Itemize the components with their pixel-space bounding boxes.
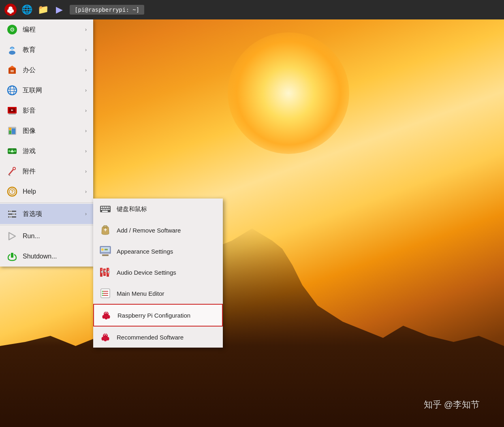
svg-point-100 xyxy=(105,333,106,334)
arrow-programming: › xyxy=(85,27,87,32)
internet-icon xyxy=(6,85,18,96)
menu-item-internet[interactable]: 互联网 › xyxy=(0,80,93,100)
audio-label: Audio Device Settings xyxy=(117,269,176,276)
rpi-config-icon xyxy=(100,310,112,321)
svg-rect-54 xyxy=(106,209,107,210)
menu-item-help[interactable]: ? Help › xyxy=(0,181,93,202)
svg-point-3 xyxy=(9,11,12,14)
svg-rect-65 xyxy=(105,249,108,250)
menu-item-office[interactable]: 办公 › xyxy=(0,60,93,80)
submenu-menu-editor[interactable]: Main Menu Editor xyxy=(93,283,223,304)
svg-text:+: + xyxy=(104,226,107,233)
menu-label-graphics: 图像 xyxy=(23,127,85,135)
svg-rect-50 xyxy=(109,207,110,208)
svg-rect-57 xyxy=(102,211,108,212)
preferences-icon xyxy=(6,208,18,220)
submenu-add-remove[interactable]: + Add / Remove Software xyxy=(93,220,223,241)
svg-point-41 xyxy=(13,213,15,215)
svg-point-6 xyxy=(9,51,15,55)
submenu-audio[interactable]: Audio Device Settings xyxy=(93,262,223,283)
menu-label-help: Help xyxy=(23,188,85,195)
menu-label-education: 教育 xyxy=(23,46,85,54)
svg-rect-22 xyxy=(12,128,15,134)
svg-point-84 xyxy=(102,293,103,294)
svg-text:⚙: ⚙ xyxy=(10,26,15,33)
arrow-office: › xyxy=(85,67,87,73)
svg-point-91 xyxy=(105,313,105,314)
svg-marker-9 xyxy=(9,66,16,68)
terminal-window-button[interactable]: [pi@raspberrypi: ~] xyxy=(70,5,144,15)
svg-point-90 xyxy=(105,316,108,320)
submenu-appearance[interactable]: Appearance Settings xyxy=(93,241,223,262)
recommended-icon xyxy=(100,331,111,343)
svg-rect-56 xyxy=(109,209,110,210)
svg-rect-18 xyxy=(9,113,16,115)
svg-point-76 xyxy=(101,271,103,273)
files-button[interactable]: 📁 xyxy=(36,2,50,17)
menu-label-shutdown: Shutdown... xyxy=(23,253,87,260)
arrow-accessories: › xyxy=(85,169,87,174)
menu-item-preferences[interactable]: 首选项 › xyxy=(0,204,93,224)
terminal-icon: ▶ xyxy=(56,4,63,15)
menu-editor-icon xyxy=(100,288,111,299)
svg-rect-63 xyxy=(102,254,109,256)
menu-item-programming[interactable]: ⚙ 编程 › xyxy=(0,19,93,40)
menu-item-shutdown[interactable]: Shutdown... xyxy=(0,246,93,267)
submenu-keyboard[interactable]: 键盘和鼠标 xyxy=(93,199,223,220)
menu-divider-1 xyxy=(0,203,93,203)
rpi-config-label: Raspberry Pi Configuration xyxy=(117,312,190,319)
arrow-education: › xyxy=(85,47,87,53)
svg-point-7 xyxy=(11,47,13,50)
svg-point-23 xyxy=(9,128,11,130)
svg-rect-49 xyxy=(107,207,109,208)
accessories-icon xyxy=(6,166,18,177)
menu-item-graphics[interactable]: 图像 › xyxy=(0,121,93,141)
programming-icon: ⚙ xyxy=(6,24,18,35)
raspberry-logo xyxy=(4,4,17,16)
preferences-submenu: 键盘和鼠标 + Add / Remove Software Appearance… xyxy=(93,199,223,348)
svg-point-83 xyxy=(102,291,103,292)
svg-point-78 xyxy=(108,271,110,273)
menu-item-media[interactable]: 影音 › xyxy=(0,100,93,121)
menu-label-preferences: 首选项 xyxy=(23,210,85,218)
keyboard-label: 键盘和鼠标 xyxy=(117,205,147,213)
menu-label-run: Run... xyxy=(23,233,87,240)
taskbar: 🌐 📁 ▶ [pi@raspberrypi: ~] xyxy=(0,0,504,19)
submenu-rpi-config[interactable]: Raspberry Pi Configuration xyxy=(93,304,223,327)
svg-rect-44 xyxy=(11,253,13,258)
arrow-graphics: › xyxy=(85,128,87,134)
menu-label-internet: 互联网 xyxy=(23,86,85,95)
main-menu: ⚙ 编程 › 教育 › 办公 › xyxy=(0,19,93,267)
svg-rect-46 xyxy=(101,207,103,208)
svg-point-12 xyxy=(8,86,17,95)
menu-label-programming: 编程 xyxy=(23,26,85,34)
svg-point-93 xyxy=(106,312,107,312)
svg-rect-29 xyxy=(11,151,14,152)
add-remove-icon: + xyxy=(100,224,111,236)
svg-rect-55 xyxy=(107,209,109,210)
arrow-media: › xyxy=(85,108,87,113)
menu-item-education[interactable]: 教育 › xyxy=(0,40,93,60)
arrow-games: › xyxy=(85,148,87,154)
submenu-recommended[interactable]: Recommended Software xyxy=(93,327,223,348)
svg-point-92 xyxy=(107,313,107,314)
help-icon: ? xyxy=(6,186,18,197)
recommended-label: Recommended Software xyxy=(117,334,184,341)
svg-rect-53 xyxy=(104,209,105,210)
menu-item-games[interactable]: 游戏 › xyxy=(0,141,93,161)
raspberry-menu-button[interactable] xyxy=(3,2,18,17)
terminal-button[interactable]: ▶ xyxy=(52,2,66,17)
svg-line-30 xyxy=(9,169,13,175)
browser-icon: 🌐 xyxy=(21,4,32,15)
svg-rect-52 xyxy=(103,209,104,210)
menu-item-accessories[interactable]: 附件 › xyxy=(0,161,93,181)
graphics-icon xyxy=(6,125,18,137)
arrow-help: › xyxy=(85,189,87,194)
svg-point-98 xyxy=(104,335,105,335)
files-icon: 📁 xyxy=(38,4,49,15)
browser-button[interactable]: 🌐 xyxy=(19,2,34,17)
arrow-preferences: › xyxy=(85,211,87,217)
shutdown-icon xyxy=(6,251,18,262)
menu-item-run[interactable]: Run... xyxy=(0,226,93,246)
menu-divider-2 xyxy=(0,225,93,225)
